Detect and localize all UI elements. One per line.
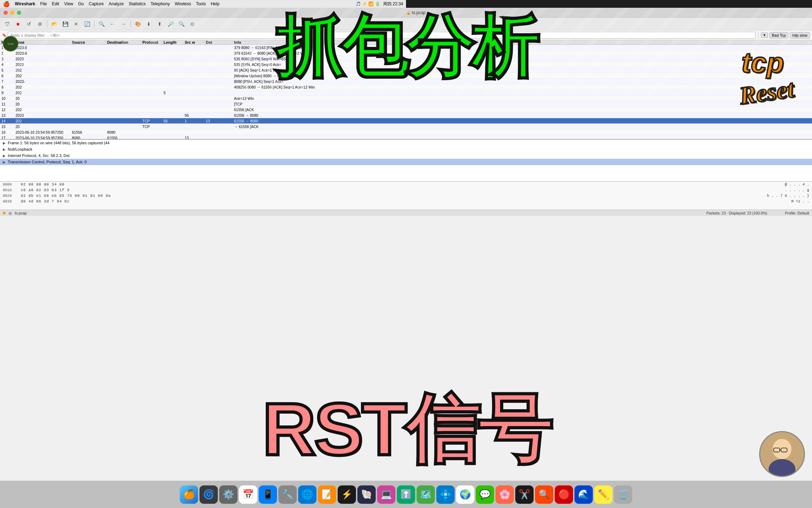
toolbar-colorize-icon[interactable]: 🎨 (133, 19, 143, 29)
cell-1: 2023-0 (14, 46, 70, 50)
menu-go[interactable]: Go (78, 1, 84, 6)
toolbar-zoom-in-icon[interactable]: 🔎 (166, 19, 176, 29)
toolbar-save-icon[interactable]: 💾 (60, 19, 70, 29)
table-row[interactable]: 1120[TCP (0, 101, 406, 107)
filter-input[interactable] (8, 32, 406, 39)
cell-0: 12 (0, 108, 14, 112)
table-row[interactable]: 520280 [ACK] Seq=1 Ack=1 Win (0, 67, 406, 73)
detail-label: Transmission Control, Protocol, Seq: 1, … (8, 160, 87, 164)
table-row[interactable]: 42023535 [SYN, ACK] Seq=0 Ack= (0, 62, 406, 67)
detail-toggle: ▶ (3, 154, 6, 158)
table-row[interactable]: 72023-8080 [PSH, ACK] Seq=1 Ack= (0, 79, 406, 84)
cell-1: 20 (14, 125, 70, 129)
toolbar-forward-icon[interactable]: → (118, 19, 128, 29)
menu-wireless[interactable]: Wireless (175, 1, 191, 6)
toolbar-shark-icon[interactable]: 🦈 (2, 19, 12, 29)
cell-0: 10 (0, 96, 14, 101)
toolbar-sep2 (94, 20, 94, 28)
detail-label: Null/Loopback (8, 147, 32, 151)
menu-capture[interactable]: Capture (89, 1, 104, 6)
cell-0: 11 (0, 102, 14, 106)
cell-8: 61556 [ACK (233, 108, 406, 112)
toolbar-scroll-up-icon[interactable]: ⬆ (155, 19, 165, 29)
menu-telephony[interactable]: Telephony (150, 1, 170, 6)
cell-4: TCP (141, 119, 162, 123)
col-dest: Destination (106, 40, 141, 44)
menu-tools[interactable]: Tools (196, 1, 206, 6)
detail-row[interactable]: ▶Null/Loopback (0, 146, 406, 152)
col-no: No. (0, 40, 14, 44)
col-protocol: Protocol (141, 40, 162, 44)
toolbar-open-icon[interactable]: 📂 (49, 19, 59, 29)
cell-8: [Window Update] 8080 → 61556 [ (233, 74, 406, 78)
cell-1: 20 (14, 96, 70, 101)
table-row[interactable]: 14202TCP5611361556 → 8080 (0, 118, 406, 124)
menu-help[interactable]: Help (211, 1, 220, 6)
table-row[interactable]: 1320235661556 → 8080 (0, 113, 406, 118)
col-info: Info (233, 40, 406, 44)
cell-6: 1 (183, 119, 204, 123)
toolbar-close-icon[interactable]: ✕ (71, 19, 81, 29)
cell-1: 202 (14, 74, 70, 78)
toolbar-reload-icon[interactable]: 🔄 (82, 19, 92, 29)
menu-statistics[interactable]: Statistics (129, 1, 146, 6)
hex-rows: 000002 00 00 00 34 00@ . . . 4 .0010c0 a… (0, 182, 406, 204)
table-row[interactable]: 92025 (0, 90, 406, 96)
close-button[interactable] (4, 11, 8, 15)
menu-file[interactable]: File (40, 1, 47, 6)
table-row[interactable]: 1520TCP→ 61556 [ACK (0, 124, 406, 129)
toolbar-find-icon[interactable]: 🔍 (97, 19, 106, 29)
table-row[interactable]: 12023-0379 8080 → 61543 [FIN, ACK] Seq=1… (0, 45, 406, 50)
cell-1: 202 (14, 85, 70, 89)
table-row[interactable]: 32023535 8080 [SYN] Seq=0 Win=65535 (0, 56, 406, 62)
cell-2: 61556 (70, 130, 106, 134)
menu-analyze[interactable]: Analyze (109, 1, 124, 6)
minimize-button[interactable] (10, 11, 14, 15)
hex-row: 0030d0 4d 86 3d 7 94 bcM =z . . (0, 199, 406, 204)
apple-icon[interactable]: 🍎 (3, 1, 10, 7)
filter-bookmark-icon[interactable]: 🔖 (2, 33, 6, 37)
cell-0: 8 (0, 85, 14, 89)
menu-edit[interactable]: Edit (52, 1, 59, 6)
hex-addr: 0000 (3, 182, 15, 187)
menu-view[interactable]: View (64, 1, 73, 6)
detail-row[interactable]: ▶Internet Protocol, 4, Src: 58.2.3, Dst: (0, 152, 406, 159)
toolbar-back-icon[interactable]: ← (107, 19, 117, 29)
cell-6: 13 (183, 136, 204, 139)
cell-5: 56 (162, 119, 183, 123)
hex-addr: 0030 (3, 199, 15, 204)
detail-row[interactable]: ▶Transmission Control, Protocol, Seq: 1,… (0, 159, 406, 165)
cell-0: 6 (0, 74, 14, 78)
table-row[interactable]: 22023-0379 61543 → 8080 [ACK] Seq=1 Ack=… (0, 50, 406, 56)
detail-row[interactable]: ▶Frame 1: 56 bytes on wire (448 bits), 5… (0, 140, 406, 146)
cell-4: TCP (141, 125, 162, 129)
maximize-button[interactable] (17, 11, 21, 15)
toolbar-options-icon[interactable]: ⚙ (35, 19, 45, 29)
toolbar-sep3 (130, 20, 131, 28)
menu-wireshark[interactable]: Wireshark (15, 1, 35, 6)
cell-8: Ack=13 Win (233, 96, 406, 101)
detail-rows: ▶Frame 1: 56 bytes on wire (448 bits), 5… (0, 140, 406, 165)
cell-8: 535 8080 [SYN] Seq=0 Win=65535 (233, 57, 406, 61)
cell-0: 9 (0, 91, 14, 95)
toolbar-zoom-reset-icon[interactable]: ⊙ (187, 19, 197, 29)
toolbar-zoom-out-icon[interactable]: 🔍 (177, 19, 186, 29)
detail-label: Internet Protocol, 4, Src: 58.2.3, Dst: (8, 153, 70, 158)
toolbar-stop-icon[interactable]: ■ (13, 19, 23, 29)
table-row[interactable]: 172023-06-10 23:54:59.95735080806155613 (0, 135, 406, 139)
cell-0: 7 (0, 79, 14, 84)
table-row[interactable]: 1020Ack=13 Win (0, 96, 406, 101)
cell-8: 379 8080 → 61543 [FIN, ACK] Seq=1 Ack= (233, 46, 406, 50)
detail-toggle: ▶ (3, 141, 6, 145)
table-row[interactable]: 1220261556 [ACK (0, 107, 406, 113)
hex-panel: 000002 00 00 00 34 00@ . . . 4 .0010c0 a… (0, 181, 406, 210)
cell-3: 8080 (106, 130, 141, 134)
hex-row: 0010c0 a8 02 03 03 1f 5. . . . . g (0, 187, 406, 193)
toolbar-restart-icon[interactable]: ↺ (24, 19, 34, 29)
cell-1: 2023-06-10 23:54:59.957250 (14, 130, 70, 134)
toolbar-autoscroll-icon[interactable]: ⬇ (144, 19, 154, 29)
table-row[interactable]: 162023-06-10 23:54:59.957250615568080 (0, 129, 406, 135)
table-row[interactable]: 8202408256 8080 → 61556 [ACK] Seq=1 Ack=… (0, 84, 406, 90)
hex-row: 000002 00 00 00 34 00@ . . . 4 . (0, 182, 406, 187)
table-row[interactable]: 6202[Window Update] 8080 → 61556 [ (0, 73, 406, 79)
